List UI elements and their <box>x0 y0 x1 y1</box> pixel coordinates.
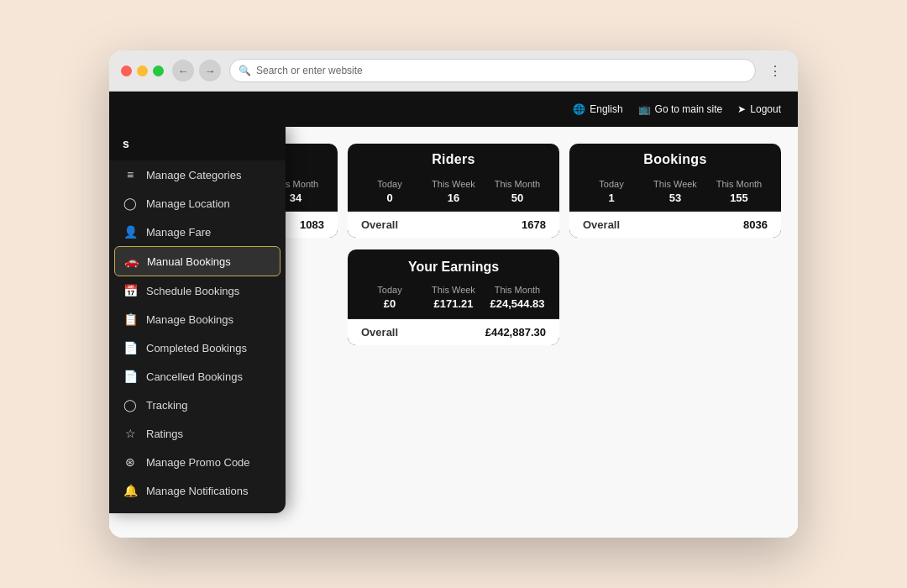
sidebar-item-label: Manage Fare <box>146 226 211 239</box>
earnings-week-value: £171.21 <box>422 297 485 310</box>
riders-week-label: This Week <box>422 179 485 189</box>
doc-cancel-icon: 📄 <box>123 370 138 383</box>
sidebar-item-label: Schedule Bookings <box>146 285 239 297</box>
bookings-week-label: This Week <box>643 179 707 189</box>
location-icon: ◯ <box>123 197 138 210</box>
sidebar-item-completed-bookings[interactable]: 📄 Completed Bookings <box>109 333 286 362</box>
doc-icon: 📄 <box>123 341 138 354</box>
language-label: English <box>590 103 622 115</box>
maximize-button[interactable] <box>153 66 164 76</box>
earnings-month: This Month £24,544.83 <box>485 285 549 310</box>
calendar-icon: 📅 <box>123 284 138 297</box>
sidebar-item-label: Tracking <box>146 399 187 412</box>
sidebar-item-manage-categories[interactable]: ≡ Manage Categories <box>109 160 286 189</box>
bookings-overall-label: Overall <box>583 218 620 231</box>
riders-today: Today 0 <box>358 179 422 204</box>
earnings-overall: Overall £442,887.30 <box>348 319 559 345</box>
riders-overall-value: 1678 <box>522 218 546 231</box>
bookings-week: This Week 53 <box>643 179 707 204</box>
bookings-stats-row: Today 1 This Week 53 This Month 155 <box>569 174 781 212</box>
search-icon: 🔍 <box>239 65 251 76</box>
sidebar-item-manage-bookings[interactable]: 📋 Manage Bookings <box>109 305 286 333</box>
earnings-week-label: This Week <box>422 285 485 295</box>
sidebar-item-label: Completed Bookings <box>146 342 247 354</box>
earnings-card: Your Earnings Today £0 This Week £171.21 <box>348 249 559 345</box>
browser-navigation: ← → <box>172 60 221 81</box>
sidebar-item-label: Manage Notifications <box>146 485 248 497</box>
bookings-title: Bookings <box>569 144 781 174</box>
main-site-label: Go to main site <box>655 103 723 115</box>
globe-icon: 🌐 <box>573 103 585 115</box>
sidebar-item-manage-location[interactable]: ◯ Manage Location <box>109 189 286 218</box>
bell-icon: 🔔 <box>123 484 138 497</box>
language-switcher[interactable]: 🌐 English <box>573 103 622 115</box>
address-text: Search or enter website <box>256 65 363 76</box>
riders-today-value: 0 <box>358 192 422 204</box>
list-icon: ≡ <box>123 168 138 181</box>
bookings-overall: Overall 8036 <box>569 212 781 238</box>
earnings-today: Today £0 <box>358 285 422 310</box>
tracking-icon: ◯ <box>123 398 138 412</box>
sidebar-item-manage-fare[interactable]: 👤 Manage Fare <box>109 218 286 246</box>
riders-card: Riders Today 0 This Week 16 This <box>348 144 559 238</box>
sidebar-item-label: Ratings <box>146 428 183 440</box>
bookings-today-label: Today <box>579 179 643 189</box>
riders-today-label: Today <box>358 179 422 189</box>
back-button[interactable]: ← <box>172 60 194 81</box>
sidebar-item-label: Manage Location <box>146 197 230 210</box>
main-site-link[interactable]: 📺 Go to main site <box>638 103 723 115</box>
clipboard-icon: 📋 <box>123 312 138 326</box>
earnings-stats-row: Today £0 This Week £171.21 This Month £2… <box>348 281 559 319</box>
sidebar-item-label: Manage Categories <box>146 169 241 181</box>
riders-month-label: This Month <box>485 179 549 189</box>
sidebar-item-manual-bookings[interactable]: 🚗 Manual Bookings <box>114 246 280 276</box>
sidebar-item-label: Manual Bookings <box>147 255 231 268</box>
sidebar-item-label: Manage Promo Code <box>146 456 250 469</box>
browser-chrome: ← → 🔍 Search or enter website ⋮ <box>109 50 798 92</box>
forward-button[interactable]: → <box>199 60 221 81</box>
sidebar-item-label: Cancelled Bookings <box>146 370 243 383</box>
riders-overall-label: Overall <box>361 218 398 231</box>
sidebar-item-cancelled-bookings[interactable]: 📄 Cancelled Bookings <box>109 362 286 391</box>
bookings-month-value: 155 <box>707 192 771 204</box>
main-area: s ≡ Manage Categories ◯ Manage Location … <box>109 127 798 538</box>
promo-icon: ⊛ <box>123 455 138 469</box>
browser-menu-button[interactable]: ⋮ <box>764 60 786 81</box>
earnings-overall-label: Overall <box>361 326 398 339</box>
bookings-card: Bookings Today 1 This Week 53 Th <box>569 144 781 238</box>
minimize-button[interactable] <box>137 66 148 76</box>
close-button[interactable] <box>121 66 132 76</box>
sidebar-item-schedule-bookings[interactable]: 📅 Schedule Bookings <box>109 276 286 305</box>
fare-icon: 👤 <box>123 225 138 239</box>
earnings-today-value: £0 <box>358 297 422 310</box>
earnings-overall-value: £442,887.30 <box>485 326 546 339</box>
browser-window: ← → 🔍 Search or enter website ⋮ 🌐 Englis… <box>109 50 798 538</box>
address-bar[interactable]: 🔍 Search or enter website <box>229 59 756 82</box>
bookings-month-label: This Month <box>707 179 771 189</box>
logout-button[interactable]: ➤ Logout <box>737 103 781 115</box>
bookings-month: This Month 155 <box>707 179 771 204</box>
riders-month-value: 50 <box>485 192 549 204</box>
browser-content: 🌐 English 📺 Go to main site ➤ Logout s ≡ <box>109 92 798 538</box>
logout-icon: ➤ <box>737 103 746 115</box>
riders-stats-row: Today 0 This Week 16 This Month 50 <box>348 174 559 212</box>
sidebar: s ≡ Manage Categories ◯ Manage Location … <box>109 127 286 513</box>
bookings-week-value: 53 <box>643 192 707 204</box>
logo-text: s <box>123 137 130 150</box>
riders-overall: Overall 1678 <box>348 212 559 238</box>
bookings-overall-value: 8036 <box>743 218 768 231</box>
riders-title: Riders <box>348 144 559 174</box>
earnings-title: Your Earnings <box>348 249 559 281</box>
sidebar-item-tracking[interactable]: ◯ Tracking <box>109 391 286 419</box>
drivers-overall-value: 1083 <box>300 218 324 231</box>
sidebar-item-manage-notifications[interactable]: 🔔 Manage Notifications <box>109 476 286 505</box>
bookings-today-value: 1 <box>579 192 643 204</box>
bookings-today: Today 1 <box>579 179 643 204</box>
monitor-icon: 📺 <box>638 103 651 115</box>
earnings-week: This Week £171.21 <box>422 285 485 310</box>
riders-week: This Week 16 <box>422 179 485 204</box>
earnings-month-value: £24,544.83 <box>485 297 549 310</box>
sidebar-item-manage-promo-code[interactable]: ⊛ Manage Promo Code <box>109 448 286 476</box>
logout-label: Logout <box>750 103 781 115</box>
sidebar-item-ratings[interactable]: ☆ Ratings <box>109 419 286 448</box>
